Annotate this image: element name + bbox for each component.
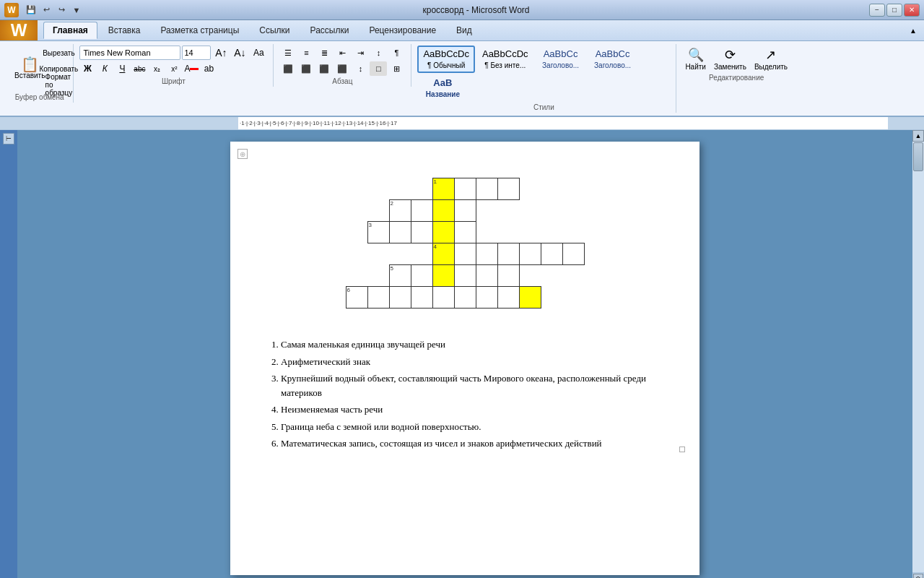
paste-icon: 📋 — [21, 57, 39, 72]
replace-label: Заменить — [714, 63, 746, 71]
scroll-thumb[interactable] — [913, 142, 923, 171]
crossword-cell — [541, 243, 562, 265]
editing-group: 🔍 Найти ⟳ Заменить ↗ Выделить Редактиров… — [676, 44, 796, 83]
cell-empty — [476, 222, 497, 243]
font-color-button[interactable]: A — [183, 61, 199, 76]
style-no-spacing[interactable]: AaBbCcDc¶ Без инте... — [476, 46, 534, 73]
crossword-cell — [519, 243, 541, 265]
crossword-cell — [519, 287, 541, 309]
window-title: кроссворд - Microsoft Word — [422, 5, 529, 15]
office-button[interactable]: W — [0, 20, 38, 40]
style-normal[interactable]: AaBbCcDc¶ Обычный — [417, 46, 475, 73]
table-move-handle[interactable]: ⊕ — [237, 149, 248, 159]
align-right-button[interactable]: ⬛ — [315, 61, 333, 76]
italic-button[interactable]: К — [97, 61, 113, 76]
scroll-page-up[interactable]: ⊙ — [913, 574, 923, 578]
styles-label: Стили — [533, 103, 554, 111]
tab-layout[interactable]: Разметка страницы — [151, 22, 248, 39]
find-button[interactable]: 🔍 Найти — [682, 46, 709, 72]
crossword-cell: 3 — [367, 222, 389, 243]
ribbon-collapse-button[interactable]: ▲ — [902, 20, 924, 40]
decrease-indent-button[interactable]: ⇤ — [334, 46, 351, 60]
format-painter-button[interactable]: Формат по образцу — [50, 77, 67, 92]
main-area: ⊢ ⊕ 1 — [0, 130, 924, 578]
undo-button[interactable]: ↩ — [40, 4, 53, 17]
underline-button[interactable]: Ч — [114, 61, 130, 76]
cell-empty — [346, 200, 367, 222]
select-button[interactable]: ↗ Выделить — [751, 46, 790, 72]
styles-group: AaBbCcDc¶ Обычный AaBbCcDc¶ Без инте... … — [411, 44, 676, 113]
clipboard-label: Буфер обмена — [15, 93, 64, 101]
cell-empty — [367, 243, 389, 265]
increase-indent-button[interactable]: ⇥ — [352, 46, 369, 60]
quick-access-toolbar: 💾 ↩ ↪ ▼ — [25, 4, 83, 17]
tab-mailings[interactable]: Рассылки — [301, 22, 359, 39]
highlight-button[interactable]: ab — [201, 61, 217, 76]
cell-empty — [346, 265, 367, 287]
line-spacing-button[interactable]: ↕ — [352, 61, 369, 76]
font-name-input[interactable] — [79, 46, 180, 60]
show-marks-button[interactable]: ¶ — [388, 46, 405, 60]
crossword-cell — [432, 200, 454, 222]
crossword-cell — [476, 287, 497, 309]
cell-empty — [411, 178, 432, 200]
align-center-button[interactable]: ⬛ — [297, 61, 315, 76]
shrink-font-button[interactable]: A↓ — [231, 46, 248, 60]
vertical-ruler-toggle[interactable]: ⊢ — [3, 133, 14, 144]
crossword-row-3: 3 — [346, 222, 584, 243]
bullets-button[interactable]: ☰ — [279, 46, 297, 60]
tab-review[interactable]: Рецензирование — [359, 22, 445, 39]
replace-button[interactable]: ⟳ Заменить — [711, 46, 749, 72]
strikethrough-button[interactable]: abc — [131, 61, 147, 76]
tab-insert[interactable]: Вставка — [99, 22, 150, 39]
ribbon: W Главная Вставка Разметка страницы Ссыл… — [0, 20, 924, 117]
font-size-input[interactable] — [182, 46, 211, 60]
crossword-cell: 5 — [389, 265, 411, 287]
cell-empty — [389, 178, 411, 200]
shading-button[interactable]: □ — [370, 61, 387, 76]
style-heading1[interactable]: AaBbCcЗаголово... — [536, 46, 586, 73]
maximize-button[interactable]: □ — [886, 4, 902, 17]
save-button[interactable]: 💾 — [25, 4, 38, 17]
redo-button[interactable]: ↪ — [55, 4, 68, 17]
tab-home[interactable]: Главная — [43, 22, 97, 39]
minimize-button[interactable]: − — [869, 4, 885, 17]
multilevel-button[interactable]: ≣ — [315, 46, 333, 60]
editing-label: Редактирование — [709, 74, 764, 82]
more-button[interactable]: ▼ — [70, 4, 83, 17]
numbering-button[interactable]: ≡ — [297, 46, 315, 60]
cell-empty — [541, 287, 562, 309]
office-icon[interactable]: W — [4, 3, 19, 17]
subscript-button[interactable]: х₂ — [149, 61, 165, 76]
tab-view[interactable]: Вид — [447, 22, 481, 39]
crossword-cell — [454, 243, 476, 265]
find-label: Найти — [685, 63, 706, 71]
style-heading2[interactable]: AaBbCcЗаголово... — [588, 46, 638, 73]
paragraph-content: ☰ ≡ ≣ ⇤ ⇥ ↕ ¶ ⬛ ⬛ ⬛ ⬛ ↕ □ — [279, 46, 405, 76]
superscript-button[interactable]: х² — [166, 61, 182, 76]
tab-references[interactable]: Ссылки — [250, 22, 299, 39]
bold-button[interactable]: Ж — [79, 61, 95, 76]
style-title[interactable]: АаВНазвание — [417, 74, 468, 102]
crossword-cell — [562, 243, 584, 265]
title-bar-left: W 💾 ↩ ↪ ▼ — [4, 3, 83, 17]
title-bar: W 💾 ↩ ↪ ▼ кроссворд - Microsoft Word − □… — [0, 0, 924, 20]
cut-button[interactable]: Вырезать — [50, 46, 67, 60]
find-icon: 🔍 — [688, 47, 704, 63]
grow-font-button[interactable]: A↑ — [212, 46, 230, 60]
scroll-track[interactable] — [912, 142, 924, 572]
table-resize-handle[interactable] — [679, 447, 685, 452]
clear-format-button[interactable]: Aa — [250, 46, 267, 60]
cell-empty — [346, 222, 367, 243]
ruler-content: ·1·|·2·|·3·|·4·|·5·|·6·|·7·|·8·|·9·|·10·… — [238, 117, 888, 129]
font-row-1: A↑ A↓ Aa — [79, 46, 267, 60]
justify-button[interactable]: ⬛ — [334, 61, 351, 76]
align-left-button[interactable]: ⬛ — [279, 61, 297, 76]
editing-content: 🔍 Найти ⟳ Заменить ↗ Выделить — [682, 46, 790, 72]
sort-button[interactable]: ↕ — [370, 46, 387, 60]
crossword-cell: 2 — [389, 200, 411, 222]
close-button[interactable]: ✕ — [904, 4, 920, 17]
borders-button[interactable]: ⊞ — [388, 61, 405, 76]
font-label: Шрифт — [162, 77, 186, 85]
scroll-up-button[interactable]: ▲ — [912, 130, 924, 142]
